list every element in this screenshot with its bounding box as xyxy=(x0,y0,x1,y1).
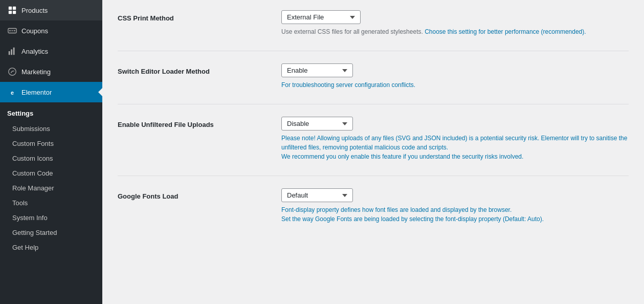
marketing-label: Marketing xyxy=(21,68,51,76)
coupons-icon xyxy=(7,26,17,36)
settings-row-google-fonts: Google Fonts Load Default Early Late Non… xyxy=(118,188,629,224)
css-print-desc: Use external CSS files for all generated… xyxy=(281,27,629,36)
unfiltered-select[interactable]: Disable Enable xyxy=(281,117,353,131)
unfiltered-desc: Please note! Allowing uploads of any fil… xyxy=(281,134,629,161)
main-content: CSS Print Method External File Internal … xyxy=(102,0,644,304)
google-fonts-select[interactable]: Default Early Late None xyxy=(281,188,353,202)
sidebar-item-tools[interactable]: Tools xyxy=(0,196,102,210)
svg-rect-8 xyxy=(9,51,10,55)
editor-loader-select[interactable]: Enable Disable xyxy=(281,63,353,77)
svg-rect-1 xyxy=(13,7,16,10)
unfiltered-label: Enable Unfiltered File Uploads xyxy=(118,117,281,128)
editor-loader-label: Switch Editor Loader Method xyxy=(118,63,281,75)
sidebar-item-submissions[interactable]: Submissions xyxy=(0,121,102,136)
products-label: Products xyxy=(21,7,48,14)
sidebar-item-get-help[interactable]: Get Help xyxy=(0,240,102,255)
sidebar-item-custom-code[interactable]: Custom Code xyxy=(0,166,102,181)
analytics-label: Analytics xyxy=(21,48,48,55)
divider-3 xyxy=(118,176,629,176)
sidebar-item-coupons[interactable]: Coupons xyxy=(0,20,102,41)
sidebar: Products Coupons Analytics Marketing e E… xyxy=(0,0,102,304)
editor-loader-desc: For troubleshooting server configuration… xyxy=(281,80,629,90)
divider-1 xyxy=(118,51,629,51)
settings-row-editor-loader: Switch Editor Loader Method Enable Disab… xyxy=(118,63,629,90)
settings-row-css-print: CSS Print Method External File Internal … xyxy=(118,10,629,36)
unfiltered-control: Disable Enable Please note! Allowing upl… xyxy=(281,117,629,161)
svg-text:e: e xyxy=(11,90,14,96)
elementor-label: Elementor xyxy=(21,89,52,96)
css-print-control: External File Internal Embedding Use ext… xyxy=(281,10,629,36)
svg-rect-9 xyxy=(11,49,12,55)
editor-loader-control: Enable Disable For troubleshooting serve… xyxy=(281,63,629,90)
css-print-select[interactable]: External File Internal Embedding xyxy=(281,10,361,24)
sidebar-item-custom-fonts[interactable]: Custom Fonts xyxy=(0,136,102,151)
svg-rect-0 xyxy=(9,7,12,10)
svg-rect-10 xyxy=(13,48,15,55)
sidebar-item-elementor[interactable]: e Elementor xyxy=(0,82,102,102)
elementor-icon: e xyxy=(7,87,17,97)
sidebar-item-analytics[interactable]: Analytics xyxy=(0,41,102,61)
svg-point-5 xyxy=(9,30,11,32)
svg-rect-3 xyxy=(13,11,16,14)
google-fonts-control: Default Early Late None Font-display pro… xyxy=(281,188,629,224)
sidebar-item-system-info[interactable]: System Info xyxy=(0,210,102,225)
settings-row-unfiltered: Enable Unfiltered File Uploads Disable E… xyxy=(118,117,629,161)
google-fonts-label: Google Fonts Load xyxy=(118,188,281,200)
coupons-label: Coupons xyxy=(21,27,48,35)
sidebar-item-role-manager[interactable]: Role Manager xyxy=(0,181,102,196)
sidebar-item-marketing[interactable]: Marketing xyxy=(0,61,102,82)
analytics-icon xyxy=(7,46,17,56)
svg-rect-2 xyxy=(9,11,12,14)
products-icon xyxy=(7,5,17,15)
marketing-icon xyxy=(7,67,17,77)
settings-heading: Settings xyxy=(0,102,102,121)
sidebar-item-products[interactable]: Products xyxy=(0,0,102,20)
google-fonts-desc: Font-display property defines how font f… xyxy=(281,205,629,224)
css-print-label: CSS Print Method xyxy=(118,10,281,22)
divider-2 xyxy=(118,104,629,104)
sidebar-item-custom-icons[interactable]: Custom Icons xyxy=(0,151,102,166)
sidebar-item-getting-started[interactable]: Getting Started xyxy=(0,225,102,240)
svg-point-6 xyxy=(14,30,15,32)
